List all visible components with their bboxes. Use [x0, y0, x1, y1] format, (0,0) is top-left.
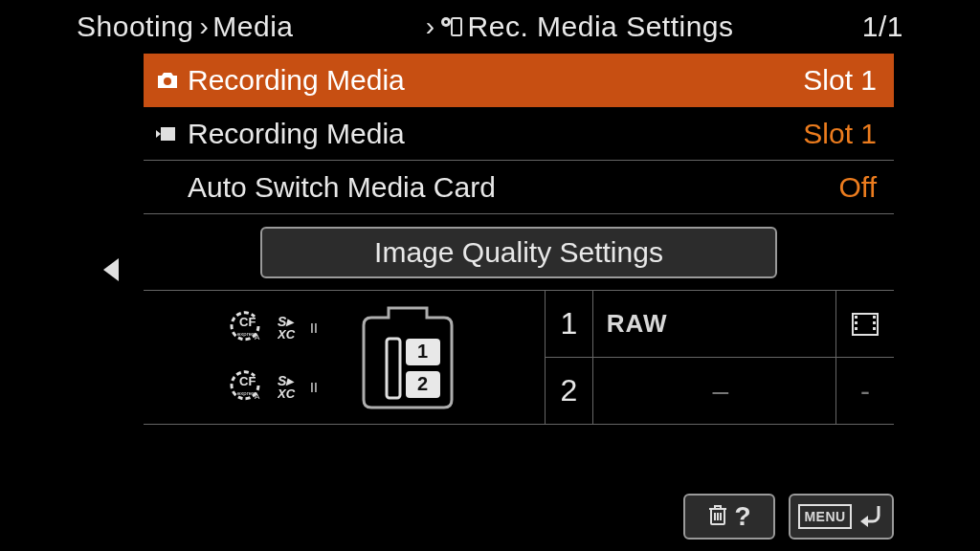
sdxc-icon: S▸ XC II [278, 371, 327, 404]
svg-rect-29 [873, 327, 876, 330]
svg-text:II: II [310, 380, 318, 395]
menu-item-recording-media-video[interactable]: Recording Media Slot 1 [144, 107, 894, 161]
slot-number: 2 [546, 358, 593, 424]
slot-status-row: 1 RAW [546, 291, 894, 358]
camera-body-slots-icon: 1 2 [354, 300, 459, 415]
svg-text:A: A [255, 392, 260, 401]
menu-item-label: Auto Switch Media Card [188, 171, 839, 204]
chevron-right-icon: › [199, 11, 209, 42]
svg-text:1: 1 [417, 341, 428, 362]
svg-rect-24 [855, 316, 858, 319]
image-quality-settings-button[interactable]: Image Quality Settings [260, 227, 777, 278]
page-indicator: 1/1 [862, 11, 903, 43]
button-label: Image Quality Settings [374, 236, 663, 269]
slot-format: – [593, 358, 836, 424]
svg-text:CF: CF [239, 374, 256, 388]
breadcrumb-level-2: Media [212, 11, 293, 43]
svg-text:2: 2 [417, 373, 428, 394]
sdxc-icon: S▸ XC II [278, 312, 327, 344]
breadcrumb: Shooting › Media › Rec. Media Settings 1… [77, 6, 903, 48]
slot-number: 1 [546, 291, 593, 357]
svg-point-1 [444, 20, 448, 24]
svg-text:II: II [310, 320, 318, 336]
svg-marker-5 [156, 130, 161, 138]
trash-icon [707, 502, 728, 531]
menu-item-label: Recording Media [188, 64, 803, 97]
gear-card-icon [439, 15, 464, 38]
menu-label: MENU [798, 504, 851, 529]
help-button[interactable]: ? [683, 494, 775, 540]
slot-format: RAW [593, 291, 836, 357]
menu-item-value: Slot 1 [803, 64, 877, 97]
back-arrow-icon [858, 502, 884, 531]
film-strip-icon [836, 291, 894, 357]
svg-rect-25 [855, 321, 858, 324]
svg-rect-26 [855, 327, 858, 330]
svg-rect-28 [873, 321, 876, 324]
breadcrumb-level-1: Shooting [77, 11, 193, 43]
svg-rect-2 [452, 18, 461, 35]
question-mark-icon: ? [734, 501, 750, 532]
breadcrumb-level-3: Rec. Media Settings [468, 11, 734, 43]
svg-rect-4 [161, 127, 175, 141]
cfexpress-icon: CF express A [228, 368, 266, 407]
menu-back-button[interactable]: MENU [789, 494, 894, 540]
camera-icon [153, 66, 182, 95]
svg-text:A: A [255, 333, 260, 342]
svg-marker-31 [860, 516, 868, 527]
slot-status-row: 2 – - [546, 358, 894, 424]
menu-item-value: Off [839, 171, 877, 204]
nav-left-arrow-icon[interactable] [103, 258, 119, 281]
menu-item-recording-media-photo[interactable]: Recording Media Slot 1 [144, 54, 894, 107]
svg-point-3 [164, 77, 171, 85]
menu-item-auto-switch-media-card[interactable]: Auto Switch Media Card Off [144, 161, 894, 214]
video-icon [153, 120, 182, 148]
chevron-right-icon: › [426, 11, 435, 42]
slot-status-panel: CF express A S▸ XC II [144, 291, 894, 425]
slot-video-empty: - [836, 358, 894, 424]
svg-text:CF: CF [239, 315, 256, 329]
cfexpress-icon: CF express A [228, 309, 266, 347]
svg-text:XC: XC [278, 386, 296, 400]
menu-item-label: Recording Media [188, 118, 803, 150]
svg-rect-27 [873, 316, 876, 319]
svg-text:XC: XC [278, 327, 296, 341]
menu-item-value: Slot 1 [803, 118, 877, 150]
svg-rect-18 [387, 339, 400, 398]
